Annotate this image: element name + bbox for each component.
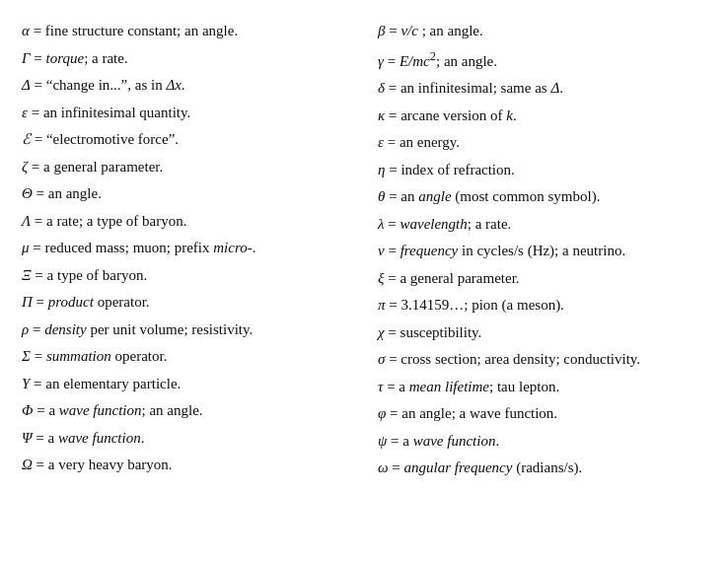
list-item: Υ = an elementary particle. — [22, 371, 350, 398]
list-item: ζ = a general parameter. — [22, 154, 350, 181]
left-column: α = fine structure constant; an angle.Γ … — [22, 18, 350, 482]
list-item: Σ = summation operator. — [22, 343, 350, 371]
list-item: σ = cross section; area density; conduct… — [378, 346, 706, 374]
list-item: χ = susceptibility. — [378, 319, 706, 347]
list-item: ρ = density per unit volume; resistivity… — [22, 317, 350, 344]
list-item: ω = angular frequency (radians/s). — [378, 455, 706, 482]
list-item: λ = wavelength; a rate. — [378, 211, 706, 239]
list-item: Π = product operator. — [22, 289, 350, 317]
right-column: β = v/c ; an angle.γ = E/mc2; an angle.δ… — [378, 18, 706, 482]
list-item: γ = E/mc2; an angle. — [378, 45, 706, 76]
list-item: α = fine structure constant; an angle. — [22, 18, 350, 45]
list-item: Λ = a rate; a type of baryon. — [22, 208, 350, 236]
list-item: Φ = a wave function; an angle. — [22, 397, 350, 425]
list-item: Δ = “change in...”, as in Δx. — [22, 72, 350, 100]
list-item: ℰ = “electromotive force”. — [22, 126, 350, 154]
list-item: Ξ = a type of baryon. — [22, 262, 350, 290]
list-item: ξ = a general parameter. — [378, 265, 706, 293]
list-item: β = v/c ; an angle. — [378, 18, 706, 45]
list-item: π = 3.14159…; pion (a meson). — [378, 292, 706, 319]
list-item: ε = an infinitesimal quantity. — [22, 100, 350, 127]
list-item: η = index of refraction. — [378, 157, 706, 184]
list-item: Ω = a very heavy baryon. — [22, 452, 350, 479]
list-item: δ = an infinitesimal; same as Δ. — [378, 75, 706, 103]
symbol-table: α = fine structure constant; an angle.Γ … — [22, 18, 706, 482]
list-item: Θ = an angle. — [22, 180, 350, 208]
list-item: θ = an angle (most common symbol). — [378, 183, 706, 211]
list-item: κ = arcane version of k. — [378, 103, 706, 130]
list-item: ν = frequency in cycles/s (Hz); a neutri… — [378, 238, 706, 265]
list-item: ε = an energy. — [378, 129, 706, 157]
list-item: τ = a mean lifetime; tau lepton. — [378, 374, 706, 401]
list-item: φ = an angle; a wave function. — [378, 400, 706, 428]
list-item: ψ = a wave function. — [378, 428, 706, 456]
list-item: Ψ = a wave function. — [22, 425, 350, 453]
list-item: μ = reduced mass; muon; prefix micro-. — [22, 235, 350, 262]
list-item: Γ = torque; a rate. — [22, 45, 350, 73]
